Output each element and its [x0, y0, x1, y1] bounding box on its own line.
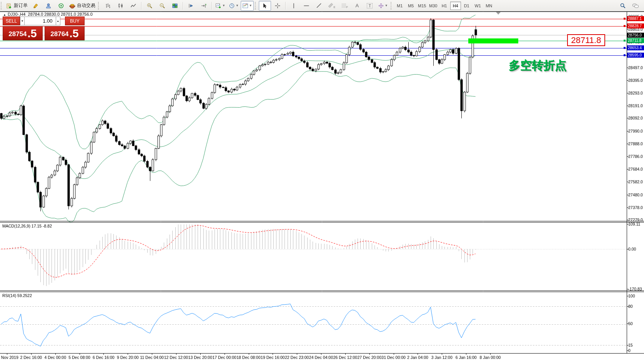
horizontal-line-button[interactable]: [300, 1, 313, 11]
zoom-out-icon: [159, 3, 165, 9]
new-order-button[interactable]: 新订单: [5, 1, 29, 11]
turning-point-annotation[interactable]: 多空转折点: [509, 58, 566, 73]
volume-increase-button[interactable]: ▲: [56, 17, 60, 25]
chevron-down-icon: ▼: [236, 4, 239, 7]
tab-timeframe-mn[interactable]: MN: [484, 2, 494, 10]
buy-button[interactable]: BUY: [65, 17, 85, 25]
profile-button[interactable]: [42, 1, 55, 11]
line-chart-icon: [130, 3, 136, 9]
price-level-badge[interactable]: 28828.7: [627, 23, 644, 28]
chart-shift-button[interactable]: [198, 1, 210, 11]
crosshair-button[interactable]: [271, 1, 284, 11]
text-icon: A: [355, 3, 359, 8]
vertical-line-icon: [291, 3, 297, 9]
chat-icon: [632, 3, 639, 9]
chart-plot-area[interactable]: [0, 0, 644, 362]
tab-timeframe-m30[interactable]: M30: [428, 2, 439, 10]
chevron-down-icon: ▼: [222, 4, 225, 7]
chat-button[interactable]: [629, 1, 642, 11]
tab-timeframe-w1[interactable]: W1: [473, 2, 483, 10]
autotrading-label: 自动交易: [77, 2, 95, 9]
autotrading-button[interactable]: 自动交易: [68, 1, 97, 11]
chart-title: ▲DJ30-,H4 28784.0 28830.0 28701.0 28756.…: [3, 12, 93, 17]
toolbar-grip: [255, 2, 258, 10]
price-level-badge[interactable]: 28887.1: [627, 16, 644, 21]
signals-button[interactable]: [55, 1, 67, 11]
collapse-triangle-icon[interactable]: ▲: [3, 13, 6, 17]
one-click-trading-panel: SELL ▼ 1.00 ▲ BUY 28754 .5 28764 .5: [3, 17, 85, 40]
buy-price-button[interactable]: 28764 .5: [45, 26, 85, 40]
tab-timeframe-m1[interactable]: M1: [394, 2, 405, 10]
tile-windows-icon: [172, 3, 178, 9]
chevron-down-icon: ▼: [249, 4, 252, 7]
text-button[interactable]: A: [351, 1, 363, 11]
caret-up-icon: ▲: [57, 20, 59, 22]
profile-icon: [45, 3, 52, 9]
search-button[interactable]: [617, 1, 629, 11]
toolbar-separator: [285, 2, 286, 10]
tab-timeframe-d1[interactable]: D1: [461, 2, 472, 10]
periods-clock-button[interactable]: ▼: [227, 1, 240, 11]
zoom-out-button[interactable]: [156, 1, 168, 11]
toolbar-separator: [141, 2, 142, 10]
price-level-badge[interactable]: 28595.0: [627, 53, 644, 58]
macd-label: MACD(12,26,9) 17.15 -8.82: [2, 224, 52, 228]
volume-decrease-button[interactable]: ▼: [20, 17, 25, 25]
sell-button[interactable]: SELL: [3, 17, 20, 25]
cursor-button[interactable]: [259, 1, 271, 11]
templates-icon: [242, 3, 248, 9]
price-level-badge[interactable]: 28756.0: [627, 33, 644, 38]
new-order-icon: [6, 3, 12, 9]
line-chart-button[interactable]: [127, 1, 140, 11]
sell-price-main: 28754: [8, 29, 27, 39]
sell-price-button[interactable]: 28754 .5: [3, 26, 43, 40]
text-label-button[interactable]: T: [364, 1, 376, 11]
highlight-rectangle[interactable]: [468, 38, 518, 43]
auto-arrange-button[interactable]: [185, 1, 197, 11]
fibonacci-button[interactable]: F: [338, 1, 351, 11]
candlestick-chart-button[interactable]: [115, 1, 127, 11]
cursor-icon: [262, 3, 268, 9]
add-indicator-button[interactable]: ▼: [214, 1, 227, 11]
ohlc-close: 28756.0: [77, 12, 93, 17]
ohlc-open: 28784.0: [28, 12, 43, 17]
new-order-label: 新订单: [14, 2, 28, 9]
tile-windows-button[interactable]: [169, 1, 181, 11]
shapes-button[interactable]: ▼: [376, 1, 389, 11]
trendline-button[interactable]: [313, 1, 325, 11]
search-icon: [620, 3, 626, 9]
tab-timeframe-m5[interactable]: M5: [406, 2, 416, 10]
chart-shift-icon: [201, 3, 207, 9]
toolbar-grip: [1, 2, 3, 10]
trading-terminal-window: 新订单 自动交易: [0, 0, 644, 362]
toolbar-grip: [391, 2, 393, 10]
auto-arrange-icon: [188, 3, 194, 9]
toolbar-separator: [183, 2, 183, 10]
autotrading-icon: [69, 3, 75, 9]
equidistant-channel-button[interactable]: E: [326, 1, 338, 11]
tab-timeframe-h4[interactable]: H4: [450, 2, 461, 10]
vertical-line-button[interactable]: [288, 1, 300, 11]
highlighter-button[interactable]: [30, 1, 42, 11]
tab-timeframe-h1[interactable]: H1: [439, 2, 450, 10]
zoom-in-button[interactable]: [143, 1, 156, 11]
toolbar-separator: [211, 2, 212, 10]
ohlc-low: 28701.0: [61, 12, 76, 17]
trendline-icon: [316, 3, 322, 9]
caret-down-icon: ▼: [21, 20, 23, 22]
crosshair-icon: [275, 3, 281, 9]
horizontal-line-icon: [303, 3, 310, 9]
price-level-badge[interactable]: 28711.8: [627, 38, 644, 43]
candlestick-chart-icon: [118, 3, 124, 9]
ohlc-high: 28830.0: [44, 12, 60, 17]
toolbar-grip: [98, 2, 101, 10]
bar-chart-button[interactable]: [102, 1, 114, 11]
text-label-icon: T: [367, 3, 373, 8]
bar-chart-icon: [105, 3, 111, 9]
level-price-callout[interactable]: 28711.8: [567, 34, 605, 46]
price-level-badge[interactable]: 28653.4: [627, 45, 644, 50]
templates-button[interactable]: ▼: [241, 1, 254, 11]
tab-timeframe-m15[interactable]: M15: [417, 2, 428, 10]
volume-input[interactable]: 1.00: [25, 17, 56, 25]
signals-icon: [58, 3, 64, 9]
